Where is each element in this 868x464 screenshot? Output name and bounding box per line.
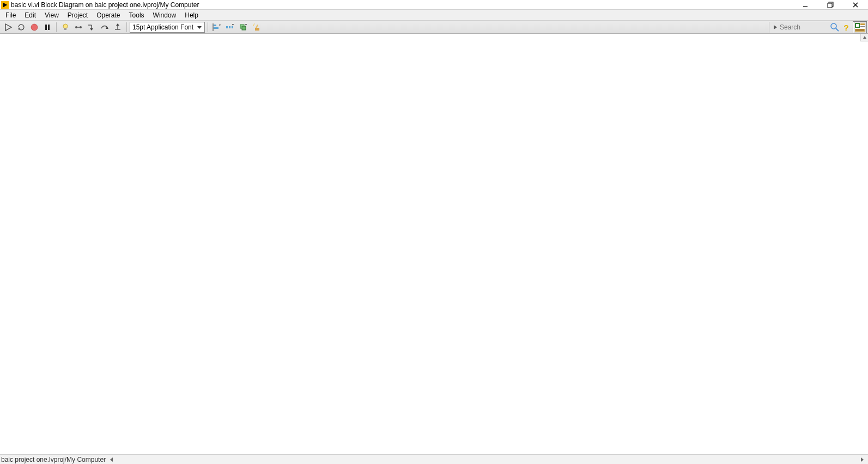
svg-point-34 [254,23,255,25]
step-out-button[interactable] [112,22,124,33]
svg-rect-4 [828,3,832,8]
highlight-execution-button[interactable] [59,22,71,33]
svg-marker-20 [197,26,202,29]
svg-rect-25 [226,26,228,28]
distribute-objects-button[interactable] [224,22,236,33]
scroll-left-icon[interactable] [109,457,114,462]
context-help-button[interactable]: ? [841,22,852,33]
labview-app-icon [1,1,9,9]
chevron-down-icon [197,25,202,30]
close-button[interactable] [843,0,868,10]
menu-window[interactable]: Window [149,10,181,20]
menu-view[interactable]: View [40,10,63,20]
toolbar-separator [56,22,57,32]
minimize-button[interactable] [793,0,818,10]
cleanup-diagram-button[interactable] [250,22,262,33]
svg-point-9 [31,24,38,31]
pause-button[interactable] [41,22,53,33]
svg-marker-7 [5,24,11,31]
chevron-right-icon [773,25,778,30]
toolbar-right: ? [769,21,867,33]
svg-rect-32 [255,28,259,31]
maximize-button[interactable] [818,0,843,10]
svg-marker-28 [232,24,234,26]
scroll-right-icon[interactable] [859,457,865,462]
svg-rect-11 [48,25,50,30]
svg-marker-47 [863,36,866,39]
svg-marker-35 [774,25,777,29]
toolbar: 15pt Application Font [0,21,868,34]
retain-wire-values-button[interactable] [72,22,84,33]
svg-marker-19 [116,23,119,26]
menu-operate[interactable]: Operate [92,10,124,20]
svg-marker-31 [245,24,247,26]
svg-rect-42 [860,23,865,25]
search-icon[interactable] [830,22,840,32]
svg-point-36 [831,23,836,29]
step-over-button[interactable] [99,22,111,33]
svg-marker-48 [110,457,113,462]
svg-marker-17 [90,28,93,31]
svg-rect-21 [214,25,216,26]
menu-project[interactable]: Project [63,10,92,20]
svg-line-37 [836,28,839,31]
status-context: baic project one.lvproj/My Computer [0,456,106,463]
font-selector[interactable]: 15pt Application Font [130,22,205,33]
vi-icon-pane[interactable] [853,21,867,33]
svg-rect-41 [856,24,859,27]
svg-rect-26 [229,26,230,28]
menu-edit[interactable]: Edit [20,10,40,20]
search-box[interactable] [769,22,840,33]
svg-rect-30 [242,26,246,30]
svg-point-15 [80,26,82,28]
svg-text:?: ? [843,23,849,32]
menu-help[interactable]: Help [180,10,203,20]
titlebar: basic vi.vi Block Diagram on baic projec… [0,0,868,10]
abort-button[interactable] [28,22,40,33]
run-continuous-button[interactable] [15,22,27,33]
block-diagram-canvas[interactable] [0,34,868,454]
svg-marker-49 [861,457,864,462]
font-selector-label: 15pt Application Font [132,23,193,31]
statusbar: baic project one.lvproj/My Computer [0,454,868,464]
menu-file[interactable]: File [1,10,20,20]
svg-marker-8 [18,27,20,29]
menubar: File Edit View Project Operate Tools Win… [0,10,868,21]
svg-rect-13 [64,28,66,30]
svg-point-14 [75,26,77,28]
toolbar-separator [126,22,127,32]
run-button[interactable] [2,22,14,33]
window-title: basic vi.vi Block Diagram on baic projec… [11,1,199,9]
svg-rect-10 [45,25,47,30]
menu-tools[interactable]: Tools [125,10,149,20]
window-controls [793,0,868,10]
search-input[interactable] [780,22,829,32]
svg-rect-22 [214,27,218,29]
step-into-button[interactable] [86,22,98,33]
svg-point-33 [253,25,254,26]
svg-marker-24 [219,25,221,26]
svg-rect-43 [860,26,865,27]
align-objects-button[interactable] [211,22,223,33]
svg-rect-27 [232,26,233,28]
reorder-button[interactable] [237,22,249,33]
toolbar-separator [208,22,208,32]
scroll-up-button[interactable] [860,34,868,41]
svg-point-12 [63,24,68,28]
